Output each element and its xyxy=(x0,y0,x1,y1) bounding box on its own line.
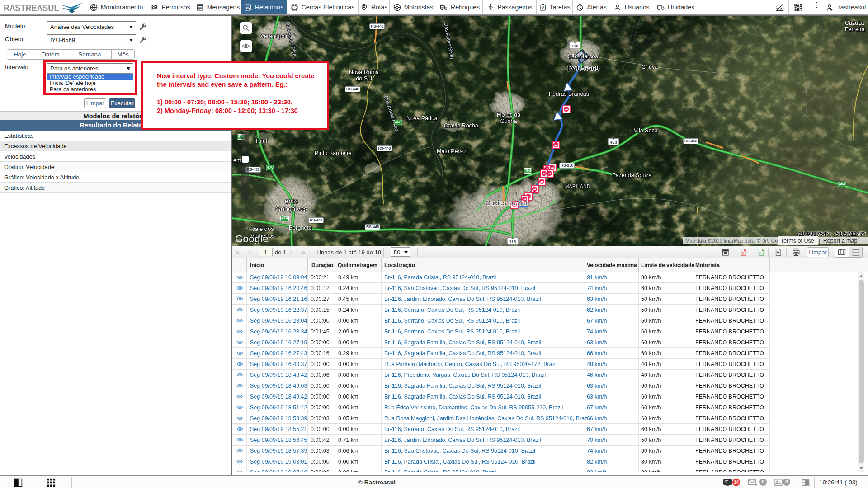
svg-text:x: x xyxy=(760,251,761,255)
svg-text:116: 116 xyxy=(509,239,516,244)
svg-text:116: 116 xyxy=(571,43,578,48)
svg-text:453: 453 xyxy=(610,140,617,145)
